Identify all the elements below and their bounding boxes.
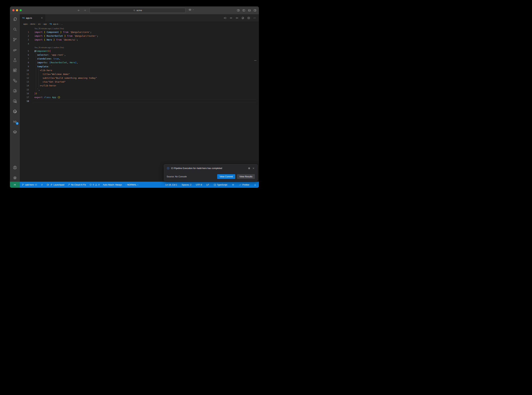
split-editor-icon[interactable] [247,16,250,19]
indent-guide [36,68,36,72]
search-icon [133,9,135,12]
breadcrumb-item[interactable]: demo [30,23,35,25]
code-line-10[interactable]: 10 <lib-hero [20,68,259,72]
chevron-right-icon: › [36,23,37,25]
line-number: 2 [20,34,29,38]
compare-changes-status[interactable] [41,183,43,186]
tab-app-ts[interactable]: TS app.ts [20,14,45,22]
notification-title: CI Pipeline Execution for #add-hero has … [171,167,246,170]
indent-guide [36,53,36,57]
breadcrumb-item[interactable]: app [43,23,47,25]
next-commit-icon[interactable] [235,16,238,19]
remote-indicator[interactable] [10,182,20,188]
notifications-status[interactable] [254,183,256,186]
git-branch-status[interactable]: add-hero [22,183,37,186]
sidebar-item-explorer[interactable] [12,17,17,22]
sidebar-item-run-debug[interactable] [12,48,17,52]
sidebar-item-gitlens-search[interactable] [12,99,17,104]
code-line-18[interactable]: 18 [20,99,259,103]
copilot-menu-button[interactable] [188,8,194,11]
formatter-status[interactable]: Prettier [239,183,249,186]
toggle-primary-sidebar-icon[interactable] [242,9,245,12]
back-navigation-icon[interactable] [224,16,226,19]
code-line-1[interactable]: 1import { Component } from '@angular/cor… [20,30,259,34]
cloud-upload-icon [35,183,37,186]
customize-layout-icon[interactable] [237,9,240,12]
more-actions-icon[interactable] [253,16,256,19]
manage-button[interactable] [12,176,17,180]
eol-status[interactable]: LF [207,184,209,186]
toggle-panel-icon[interactable] [248,9,251,12]
rocket-icon [50,183,53,186]
close-tab-icon[interactable] [40,16,43,19]
code-line-7[interactable]: 7 standalone: true, [20,57,259,61]
sidebar-item-gitlens[interactable] [12,88,17,93]
vim-mode-status[interactable]: -- NORMAL -- [125,184,139,186]
history-back-icon[interactable] [77,9,80,12]
close-window-button[interactable] [12,9,14,11]
copilot-icon [232,183,234,186]
sidebar-item-nx-console[interactable]: 2 [12,119,17,124]
code-line-6[interactable]: 6 selector: 'app-root', [20,53,259,57]
code-line-3[interactable]: 3import { Hero } from '@acme/ui'; [20,38,259,42]
code-line-13[interactable]: 13 cta="Get Started" [20,80,259,84]
sidebar-item-testing[interactable] [12,58,17,63]
minimize-window-button[interactable] [16,9,18,11]
language-mode-status[interactable]: {} TypeScript [214,184,227,186]
history-forward-icon[interactable] [83,9,86,12]
auto-attach-status[interactable]: Auto Attach: Always [103,184,122,186]
indent-guide [36,84,36,88]
breadcrumb: apps › demo › src › app › TS app.ts › ..… [20,22,259,27]
checklist-icon [47,183,49,186]
view-results-button[interactable]: View Results [237,174,255,179]
chevron-right-icon: › [59,23,60,25]
cursor-position-status[interactable]: Ln 18, Col 1 [165,184,177,186]
accounts-button[interactable] [12,165,17,170]
breadcrumb-file[interactable]: app.ts [53,23,58,25]
sidebar-item-linked-views[interactable] [12,78,17,83]
code-line-2[interactable]: 2import { RouterOutlet } from '@angular/… [20,34,259,38]
gitlens-graph-icon[interactable] [241,16,244,19]
launchpad-status[interactable]: Launchpad [47,183,64,186]
indentation-status[interactable]: Spaces: 2 [182,184,191,186]
sidebar-item-search[interactable] [12,27,17,32]
view-commit-button[interactable]: View Commit [217,174,235,179]
nx-cloud-fix-status[interactable]: Nx Cloud AI Fix [68,183,86,186]
notification-close-icon[interactable] [252,167,255,170]
zoom-window-button[interactable] [20,9,22,11]
toggle-secondary-sidebar-icon[interactable] [253,9,256,12]
copilot-status[interactable] [232,183,234,186]
breadcrumb-tail[interactable]: ... [61,23,63,25]
code-line-8[interactable]: 8 imports: [RouterOutlet, Hero], [20,61,259,65]
linked-views-icon [13,78,17,83]
command-center-search[interactable]: acme [90,8,186,13]
sidebar-item-browser-tools[interactable] [12,109,17,114]
code-editor[interactable]: You, 26 minutes ago | 1 author (You)1imp… [20,27,259,182]
code-line-12[interactable]: 12 subtitle="Build something amazing tod… [20,76,259,80]
sidebar-item-containers[interactable] [12,130,17,134]
code-line-9[interactable]: 9 template: ` [20,65,259,68]
notification-source: Source: Nx Console [167,175,215,178]
problems-status[interactable]: 0 0 [89,183,100,186]
code-line-14[interactable]: 14 ></lib-hero> [20,84,259,88]
line-content: ></lib-hero> [34,84,56,88]
breadcrumb-item[interactable]: src [38,23,41,25]
line-number: 12 [20,76,29,80]
code-line-11[interactable]: 11 title="Welcmoe demo" [20,72,259,76]
indent-guide [36,65,36,68]
code-line-15[interactable]: 15 `, [20,88,259,92]
sidebar-item-source-control[interactable] [12,37,17,42]
breadcrumb-item[interactable]: apps [23,23,28,25]
sidebar-item-extensions[interactable] [12,68,17,73]
testing-flask-icon [13,58,17,62]
line-number: 16 [20,92,29,95]
code-line-4[interactable]: 4 [20,42,259,46]
encoding-status[interactable]: UTF-8 [196,184,202,186]
code-line-5[interactable]: 5@Component({ [20,49,259,53]
notification-settings-gear-icon[interactable] [248,167,251,170]
wrench-icon [68,183,70,186]
code-line-16[interactable]: 16}) [20,92,259,95]
commit-icon[interactable] [230,16,232,19]
warning-icon [95,183,97,186]
code-line-17[interactable]: 17export class App {} [20,95,259,99]
